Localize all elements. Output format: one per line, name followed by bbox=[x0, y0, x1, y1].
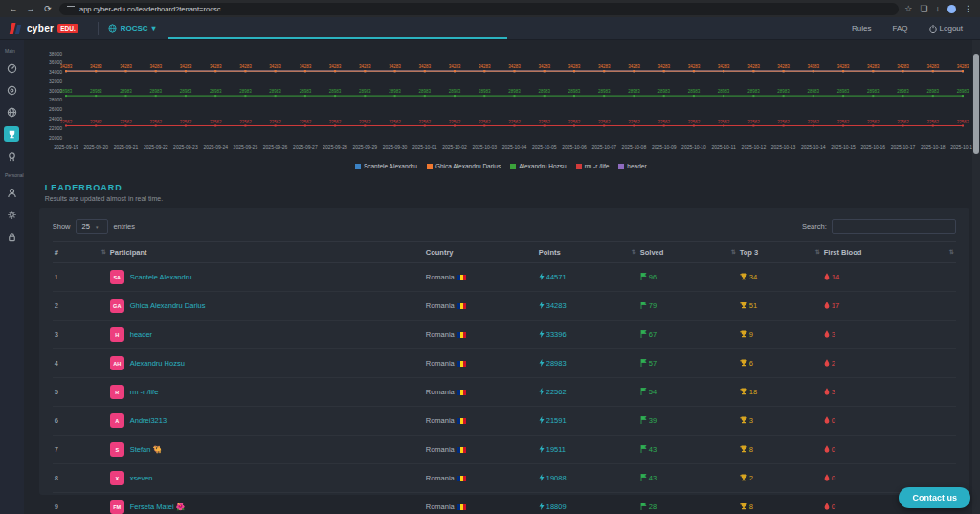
solved-cell: 79 bbox=[638, 292, 738, 321]
sort-icon[interactable]: ⇅ bbox=[949, 248, 954, 255]
svg-text:34283: 34283 bbox=[179, 64, 191, 69]
points-bolt-icon bbox=[539, 474, 545, 481]
points-cell: 21591 bbox=[537, 407, 638, 436]
table-row[interactable]: 1 SA Scantele Alexandru Romania 44571 96… bbox=[53, 263, 956, 292]
svg-text:34283: 34283 bbox=[59, 64, 72, 69]
legend-item[interactable]: rm -r /life bbox=[576, 163, 610, 169]
entries-per-page-select[interactable]: 25 ▾ bbox=[76, 219, 109, 234]
participant-link[interactable]: Ferseta Matei 🌺 bbox=[130, 503, 185, 511]
romania-flag-icon bbox=[457, 418, 466, 424]
svg-text:28983: 28983 bbox=[657, 89, 670, 94]
legend-swatch bbox=[618, 164, 624, 169]
country-cell: Romania bbox=[424, 321, 537, 349]
top3-trophy-icon bbox=[740, 330, 747, 338]
participant-link[interactable]: header bbox=[130, 330, 152, 339]
table-row[interactable]: 3 H header Romania 33396 67 9 3 bbox=[53, 321, 956, 349]
svg-text:34283: 34283 bbox=[777, 64, 790, 69]
table-row[interactable]: 9 FM Ferseta Matei 🌺 Romania 18809 28 8 … bbox=[53, 493, 956, 514]
search-input[interactable] bbox=[832, 219, 956, 234]
col-solved[interactable]: Solved⇅ bbox=[638, 242, 738, 263]
sort-icon[interactable]: ⇅ bbox=[815, 248, 820, 255]
participant-link[interactable]: Andrei3213 bbox=[130, 416, 167, 425]
svg-text:2025-09-19: 2025-09-19 bbox=[54, 145, 78, 150]
col-top3[interactable]: Top 3⇅ bbox=[738, 242, 822, 263]
svg-text:28983: 28983 bbox=[867, 89, 880, 94]
sort-icon[interactable]: ⇅ bbox=[632, 248, 636, 255]
sort-icon[interactable]: ⇅ bbox=[101, 248, 106, 255]
table-row[interactable]: 5 R rm -r /life Romania 22562 54 18 3 bbox=[53, 378, 956, 407]
svg-text:2025-10-18: 2025-10-18 bbox=[921, 145, 946, 150]
back-icon[interactable]: ← bbox=[8, 4, 19, 13]
participant-link[interactable]: Alexandru Hozsu bbox=[130, 359, 185, 368]
blood-drop-icon bbox=[824, 273, 830, 280]
bookmark-star-icon[interactable]: ☆ bbox=[904, 4, 912, 13]
svg-text:2025-10-10: 2025-10-10 bbox=[681, 145, 706, 150]
first-blood-cell: 14 bbox=[822, 263, 956, 292]
legend-item[interactable]: Alexandru Hozsu bbox=[510, 163, 567, 169]
cyberedu-logo[interactable]: cyber EDU. bbox=[0, 22, 88, 35]
reload-icon[interactable]: ⟳ bbox=[42, 4, 54, 13]
participant-link[interactable]: rm -r /life bbox=[130, 388, 159, 396]
site-settings-icon[interactable] bbox=[67, 6, 75, 11]
page-scrollbar[interactable] bbox=[972, 40, 980, 514]
svg-text:34283: 34283 bbox=[598, 64, 611, 69]
extensions-icon[interactable]: ❏ bbox=[920, 4, 927, 13]
faq-link[interactable]: FAQ bbox=[893, 24, 908, 33]
forward-icon[interactable]: → bbox=[25, 4, 36, 13]
sort-icon[interactable]: ⇅ bbox=[731, 248, 736, 255]
rules-link[interactable]: Rules bbox=[852, 24, 871, 33]
tenant-selector[interactable]: ROCSC ▾ bbox=[108, 24, 156, 33]
svg-text:28983: 28983 bbox=[926, 89, 939, 94]
table-row[interactable]: 4 AH Alexandru Hozsu Romania 28983 57 6 … bbox=[53, 349, 956, 378]
svg-text:34283: 34283 bbox=[837, 64, 850, 69]
svg-text:2025-10-01: 2025-10-01 bbox=[412, 145, 437, 150]
participant-link[interactable]: Ghica Alexandru Darius bbox=[130, 302, 206, 310]
scrollbar-thumb[interactable] bbox=[973, 54, 979, 154]
sidebar-item-badges[interactable] bbox=[4, 148, 19, 164]
contact-us-button[interactable]: Contact us bbox=[899, 487, 970, 508]
table-row[interactable]: 2 GA Ghica Alexandru Darius Romania 3428… bbox=[53, 292, 956, 321]
sidebar-item-competitions[interactable] bbox=[4, 104, 19, 120]
top3-cell: 34 bbox=[738, 263, 822, 292]
legend-item[interactable]: header bbox=[618, 163, 646, 169]
svg-text:2025-10-04: 2025-10-04 bbox=[501, 145, 526, 150]
table-row[interactable]: 6 A Andrei3213 Romania 21591 39 3 0 bbox=[53, 407, 956, 436]
sidebar-item-settings[interactable] bbox=[4, 207, 19, 222]
table-row[interactable]: 7 S Stefan 🐫 Romania 19511 43 8 0 bbox=[53, 436, 956, 464]
legend-item[interactable]: Scantele Alexandru bbox=[355, 163, 417, 169]
sidebar-item-profile[interactable] bbox=[4, 185, 19, 200]
col-points[interactable]: Points⇅ bbox=[537, 242, 638, 263]
logout-button[interactable]: Logout bbox=[929, 24, 963, 33]
browser-profile-avatar[interactable] bbox=[947, 5, 956, 13]
svg-text:22562: 22562 bbox=[179, 120, 191, 124]
col-rank[interactable]: #⇅ bbox=[53, 242, 108, 263]
solved-cell: 96 bbox=[638, 263, 738, 292]
first-blood-cell: 3 bbox=[822, 378, 956, 407]
svg-text:22562: 22562 bbox=[777, 120, 790, 124]
participant-link[interactable]: Stefan 🐫 bbox=[130, 445, 162, 454]
svg-text:22562: 22562 bbox=[568, 120, 580, 124]
participant-link[interactable]: Scantele Alexandru bbox=[130, 273, 192, 281]
legend-item[interactable]: Ghica Alexandru Darius bbox=[427, 163, 501, 169]
top3-cell: 6 bbox=[738, 349, 822, 378]
col-participant[interactable]: Participant bbox=[108, 242, 424, 263]
avatar: AH bbox=[110, 356, 124, 370]
table-row[interactable]: 8 X xseven Romania 19088 43 2 0 bbox=[53, 464, 956, 493]
sidebar-item-challenges[interactable] bbox=[4, 82, 19, 98]
svg-text:2025-09-24: 2025-09-24 bbox=[203, 145, 228, 150]
downloads-icon[interactable]: ↓ bbox=[936, 4, 941, 13]
url-bar[interactable]: app.cyber-edu.co/leaderboard?tenant=rocs… bbox=[59, 3, 899, 15]
avatar: X bbox=[110, 471, 124, 485]
col-country[interactable]: Country bbox=[424, 242, 537, 263]
svg-text:2025-10-11: 2025-10-11 bbox=[711, 145, 735, 150]
browser-menu-icon[interactable]: ⋮ bbox=[964, 4, 972, 13]
table-header-row: #⇅ Participant Country Points⇅ Solved⇅ T… bbox=[53, 242, 956, 263]
sidebar-item-dashboard[interactable] bbox=[4, 60, 19, 76]
sidebar-item-privacy[interactable] bbox=[4, 229, 19, 244]
svg-text:2025-09-26: 2025-09-26 bbox=[263, 145, 288, 150]
sidebar-item-leaderboard[interactable] bbox=[4, 126, 19, 142]
col-first-blood[interactable]: First Blood⇅ bbox=[822, 242, 956, 263]
participant-link[interactable]: xseven bbox=[130, 474, 153, 482]
points-cell: 19088 bbox=[537, 464, 638, 493]
chart-legend[interactable]: Scantele AlexandruGhica Alexandru Darius… bbox=[30, 163, 972, 169]
